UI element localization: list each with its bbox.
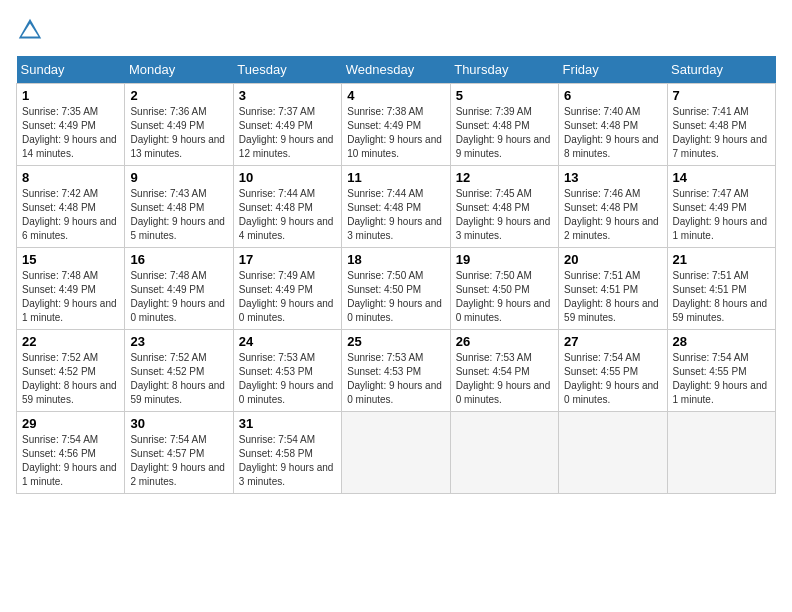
- calendar-cell: 10 Sunrise: 7:44 AM Sunset: 4:48 PM Dayl…: [233, 166, 341, 248]
- day-number: 4: [347, 88, 444, 103]
- sunset-label: Sunset: 4:48 PM: [347, 202, 421, 213]
- sunrise-label: Sunrise: 7:43 AM: [130, 188, 206, 199]
- sunrise-label: Sunrise: 7:54 AM: [22, 434, 98, 445]
- daylight-label: Daylight: 9 hours and 0 minutes.: [456, 298, 551, 323]
- day-number: 26: [456, 334, 553, 349]
- sunrise-label: Sunrise: 7:53 AM: [347, 352, 423, 363]
- sunrise-label: Sunrise: 7:54 AM: [130, 434, 206, 445]
- sunset-label: Sunset: 4:49 PM: [22, 284, 96, 295]
- sunrise-label: Sunrise: 7:44 AM: [239, 188, 315, 199]
- day-info: Sunrise: 7:39 AM Sunset: 4:48 PM Dayligh…: [456, 105, 553, 161]
- day-info: Sunrise: 7:54 AM Sunset: 4:55 PM Dayligh…: [673, 351, 770, 407]
- day-number: 9: [130, 170, 227, 185]
- day-number: 7: [673, 88, 770, 103]
- day-number: 19: [456, 252, 553, 267]
- daylight-label: Daylight: 9 hours and 0 minutes.: [239, 380, 334, 405]
- day-info: Sunrise: 7:51 AM Sunset: 4:51 PM Dayligh…: [673, 269, 770, 325]
- daylight-label: Daylight: 8 hours and 59 minutes.: [564, 298, 659, 323]
- day-number: 3: [239, 88, 336, 103]
- calendar-cell: 13 Sunrise: 7:46 AM Sunset: 4:48 PM Dayl…: [559, 166, 667, 248]
- daylight-label: Daylight: 9 hours and 14 minutes.: [22, 134, 117, 159]
- sunset-label: Sunset: 4:53 PM: [347, 366, 421, 377]
- daylight-label: Daylight: 9 hours and 6 minutes.: [22, 216, 117, 241]
- sunrise-label: Sunrise: 7:50 AM: [347, 270, 423, 281]
- calendar-cell: 1 Sunrise: 7:35 AM Sunset: 4:49 PM Dayli…: [17, 84, 125, 166]
- sunset-label: Sunset: 4:55 PM: [673, 366, 747, 377]
- sunset-label: Sunset: 4:49 PM: [22, 120, 96, 131]
- sunrise-label: Sunrise: 7:52 AM: [130, 352, 206, 363]
- sunset-label: Sunset: 4:49 PM: [239, 120, 313, 131]
- sunset-label: Sunset: 4:48 PM: [456, 120, 530, 131]
- day-number: 24: [239, 334, 336, 349]
- day-number: 25: [347, 334, 444, 349]
- daylight-label: Daylight: 9 hours and 10 minutes.: [347, 134, 442, 159]
- day-info: Sunrise: 7:42 AM Sunset: 4:48 PM Dayligh…: [22, 187, 119, 243]
- daylight-label: Daylight: 9 hours and 3 minutes.: [347, 216, 442, 241]
- calendar-cell: 19 Sunrise: 7:50 AM Sunset: 4:50 PM Dayl…: [450, 248, 558, 330]
- sunset-label: Sunset: 4:58 PM: [239, 448, 313, 459]
- day-info: Sunrise: 7:46 AM Sunset: 4:48 PM Dayligh…: [564, 187, 661, 243]
- sunset-label: Sunset: 4:48 PM: [239, 202, 313, 213]
- calendar-cell: 2 Sunrise: 7:36 AM Sunset: 4:49 PM Dayli…: [125, 84, 233, 166]
- sunset-label: Sunset: 4:52 PM: [22, 366, 96, 377]
- sunrise-label: Sunrise: 7:49 AM: [239, 270, 315, 281]
- sunrise-label: Sunrise: 7:38 AM: [347, 106, 423, 117]
- day-number: 5: [456, 88, 553, 103]
- day-info: Sunrise: 7:44 AM Sunset: 4:48 PM Dayligh…: [239, 187, 336, 243]
- calendar-cell: 21 Sunrise: 7:51 AM Sunset: 4:51 PM Dayl…: [667, 248, 775, 330]
- sunrise-label: Sunrise: 7:48 AM: [22, 270, 98, 281]
- calendar-header-row: SundayMondayTuesdayWednesdayThursdayFrid…: [17, 56, 776, 84]
- calendar-row: 1 Sunrise: 7:35 AM Sunset: 4:49 PM Dayli…: [17, 84, 776, 166]
- sunset-label: Sunset: 4:49 PM: [673, 202, 747, 213]
- calendar-cell: 27 Sunrise: 7:54 AM Sunset: 4:55 PM Dayl…: [559, 330, 667, 412]
- sunset-label: Sunset: 4:48 PM: [673, 120, 747, 131]
- day-info: Sunrise: 7:50 AM Sunset: 4:50 PM Dayligh…: [456, 269, 553, 325]
- sunrise-label: Sunrise: 7:42 AM: [22, 188, 98, 199]
- day-info: Sunrise: 7:41 AM Sunset: 4:48 PM Dayligh…: [673, 105, 770, 161]
- sunrise-label: Sunrise: 7:35 AM: [22, 106, 98, 117]
- sunrise-label: Sunrise: 7:51 AM: [673, 270, 749, 281]
- sunrise-label: Sunrise: 7:44 AM: [347, 188, 423, 199]
- calendar-cell: 20 Sunrise: 7:51 AM Sunset: 4:51 PM Dayl…: [559, 248, 667, 330]
- calendar-cell: 14 Sunrise: 7:47 AM Sunset: 4:49 PM Dayl…: [667, 166, 775, 248]
- calendar-cell: 12 Sunrise: 7:45 AM Sunset: 4:48 PM Dayl…: [450, 166, 558, 248]
- day-number: 28: [673, 334, 770, 349]
- day-number: 18: [347, 252, 444, 267]
- day-number: 21: [673, 252, 770, 267]
- day-number: 16: [130, 252, 227, 267]
- day-info: Sunrise: 7:50 AM Sunset: 4:50 PM Dayligh…: [347, 269, 444, 325]
- daylight-label: Daylight: 9 hours and 1 minute.: [22, 298, 117, 323]
- calendar-table: SundayMondayTuesdayWednesdayThursdayFrid…: [16, 56, 776, 494]
- column-header-friday: Friday: [559, 56, 667, 84]
- page-header: [16, 16, 776, 44]
- sunrise-label: Sunrise: 7:53 AM: [456, 352, 532, 363]
- daylight-label: Daylight: 9 hours and 4 minutes.: [239, 216, 334, 241]
- daylight-label: Daylight: 9 hours and 1 minute.: [673, 380, 768, 405]
- day-number: 12: [456, 170, 553, 185]
- daylight-label: Daylight: 9 hours and 0 minutes.: [347, 380, 442, 405]
- sunset-label: Sunset: 4:51 PM: [673, 284, 747, 295]
- day-info: Sunrise: 7:53 AM Sunset: 4:54 PM Dayligh…: [456, 351, 553, 407]
- column-header-monday: Monday: [125, 56, 233, 84]
- sunrise-label: Sunrise: 7:53 AM: [239, 352, 315, 363]
- day-info: Sunrise: 7:53 AM Sunset: 4:53 PM Dayligh…: [239, 351, 336, 407]
- sunrise-label: Sunrise: 7:39 AM: [456, 106, 532, 117]
- calendar-cell: 15 Sunrise: 7:48 AM Sunset: 4:49 PM Dayl…: [17, 248, 125, 330]
- day-number: 14: [673, 170, 770, 185]
- day-info: Sunrise: 7:35 AM Sunset: 4:49 PM Dayligh…: [22, 105, 119, 161]
- calendar-row: 22 Sunrise: 7:52 AM Sunset: 4:52 PM Dayl…: [17, 330, 776, 412]
- day-info: Sunrise: 7:54 AM Sunset: 4:56 PM Dayligh…: [22, 433, 119, 489]
- day-number: 8: [22, 170, 119, 185]
- day-number: 1: [22, 88, 119, 103]
- calendar-row: 29 Sunrise: 7:54 AM Sunset: 4:56 PM Dayl…: [17, 412, 776, 494]
- daylight-label: Daylight: 8 hours and 59 minutes.: [130, 380, 225, 405]
- daylight-label: Daylight: 9 hours and 9 minutes.: [456, 134, 551, 159]
- daylight-label: Daylight: 9 hours and 13 minutes.: [130, 134, 225, 159]
- calendar-cell: 31 Sunrise: 7:54 AM Sunset: 4:58 PM Dayl…: [233, 412, 341, 494]
- sunrise-label: Sunrise: 7:36 AM: [130, 106, 206, 117]
- day-number: 2: [130, 88, 227, 103]
- sunrise-label: Sunrise: 7:37 AM: [239, 106, 315, 117]
- calendar-cell: [667, 412, 775, 494]
- daylight-label: Daylight: 9 hours and 7 minutes.: [673, 134, 768, 159]
- day-info: Sunrise: 7:44 AM Sunset: 4:48 PM Dayligh…: [347, 187, 444, 243]
